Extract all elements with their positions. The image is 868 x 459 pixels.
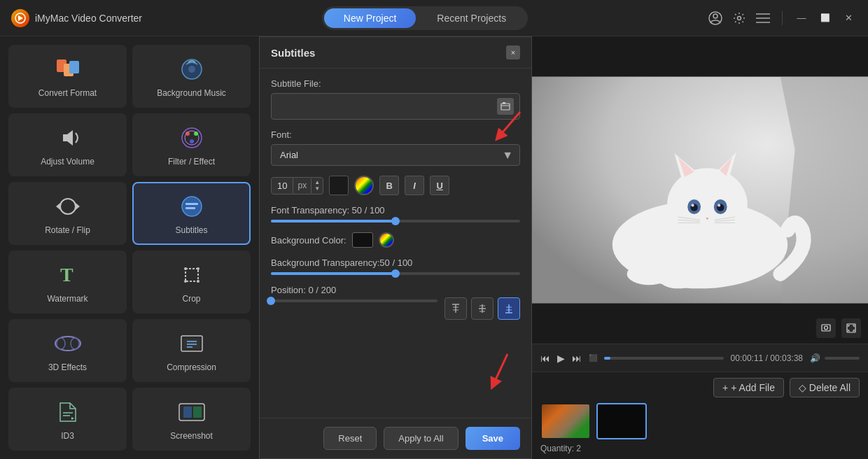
delete-all-button[interactable]: ◇ Delete All — [790, 378, 860, 397]
reset-button[interactable]: Reset — [323, 427, 377, 450]
new-project-tab[interactable]: New Project — [324, 8, 416, 28]
filter-effect-icon — [177, 123, 206, 153]
position-section: Position: 0 / 200 — [271, 285, 520, 320]
font-select[interactable]: Arial Helvetica Times New Roman Courier … — [271, 144, 520, 166]
rotate-flip-icon — [53, 192, 83, 221]
font-size-unit: px — [293, 178, 311, 193]
app-title: iMyMac Video Converter — [35, 13, 142, 24]
settings-icon[interactable] — [732, 10, 747, 26]
subtitle-file-input[interactable] — [277, 101, 497, 112]
sidebar-item-rotate-flip[interactable]: Rotate / Flip — [8, 182, 127, 245]
bg-color-wheel-button[interactable] — [379, 232, 394, 248]
sidebar-item-filter-effect[interactable]: Filter / Effect — [132, 113, 251, 176]
volume-icon[interactable]: 🔊 — [810, 353, 820, 363]
sidebar-item-convert-format[interactable]: Convert Format — [8, 45, 127, 108]
play-pause-button[interactable]: ▶ — [557, 353, 565, 364]
thumbnail-1[interactable] — [540, 403, 591, 439]
apply-to-all-button[interactable]: Apply to All — [384, 427, 458, 450]
close-button[interactable]: ✕ — [841, 10, 857, 26]
font-size-down-arrow[interactable]: ▼ — [314, 186, 320, 192]
watermark-label: Watermark — [47, 294, 88, 304]
svg-point-81 — [825, 326, 828, 330]
subtitle-browse-button[interactable] — [497, 98, 514, 115]
quantity-display: Quantity: 2 — [540, 444, 860, 453]
adjust-volume-icon — [53, 123, 83, 153]
skip-forward-button[interactable]: ⏭ — [572, 353, 582, 364]
account-icon[interactable] — [708, 10, 723, 26]
id3-icon — [53, 397, 83, 427]
font-size-control: 10 px ▲ ▼ — [271, 177, 323, 195]
color-wheel-button[interactable] — [354, 176, 374, 195]
font-size-up-arrow[interactable]: ▲ — [314, 180, 320, 185]
file-area: + + Add File ◇ Delete All Quantity: 2 — [532, 372, 868, 459]
svg-rect-40 — [193, 407, 202, 418]
svg-text:T: T — [60, 264, 74, 285]
recent-projects-tab[interactable]: Recent Projects — [417, 8, 526, 28]
align-bottom-button[interactable] — [498, 297, 520, 320]
sidebar-item-3d-effects[interactable]: 3D Effects — [8, 319, 127, 382]
position-slider[interactable] — [271, 299, 438, 302]
svg-point-29 — [57, 338, 65, 349]
sidebar-item-id3[interactable]: ID3 — [8, 388, 127, 451]
svg-point-14 — [186, 132, 190, 136]
svg-point-15 — [194, 132, 198, 136]
menu-icon[interactable] — [755, 10, 771, 26]
convert-format-icon — [53, 55, 83, 84]
sidebar-item-subtitles[interactable]: Subtitles — [132, 182, 251, 245]
svg-point-16 — [190, 139, 194, 143]
maximize-button[interactable]: ⬜ — [818, 10, 833, 26]
sidebar-item-screenshot[interactable]: Screenshot — [132, 388, 251, 451]
font-color-picker[interactable] — [329, 176, 349, 195]
sidebar-item-crop[interactable]: Crop — [132, 250, 251, 313]
fullscreen-preview-button[interactable] — [841, 318, 861, 338]
dialog-body: Subtitle File: Font: — [260, 69, 531, 418]
nav-tabs: New Project Recent Projects — [322, 6, 528, 30]
watermark-icon: T — [53, 260, 83, 290]
volume-slider[interactable] — [825, 357, 860, 360]
dialog-close-button[interactable]: × — [506, 45, 520, 59]
svg-point-60 — [667, 168, 748, 241]
stop-button[interactable]: ⬛ — [589, 354, 597, 362]
minimize-button[interactable]: — — [794, 10, 809, 26]
dialog-title: Subtitles — [271, 47, 315, 59]
tools-sidebar: Convert Format Background Music Adju — [0, 36, 259, 459]
sidebar-item-adjust-volume[interactable]: Adjust Volume — [8, 113, 127, 176]
svg-rect-41 — [501, 104, 510, 110]
sidebar-item-background-music[interactable]: Background Music — [132, 45, 251, 108]
thumbnail-2[interactable] — [596, 403, 647, 439]
svg-rect-21 — [186, 207, 195, 209]
align-top-button[interactable] — [444, 297, 467, 320]
align-center-button[interactable] — [471, 297, 493, 320]
background-color-picker[interactable] — [352, 232, 373, 248]
add-file-button[interactable]: + + Add File — [713, 378, 784, 397]
svg-point-30 — [71, 338, 79, 349]
subtitle-file-section: Subtitle File: — [271, 78, 520, 120]
save-button[interactable]: Save — [465, 427, 520, 450]
sidebar-item-watermark[interactable]: T Watermark — [8, 250, 127, 313]
video-progress-bar[interactable] — [604, 357, 724, 360]
main-content: Convert Format Background Music Adju — [0, 36, 868, 459]
skip-back-button[interactable]: ⏮ — [540, 353, 550, 364]
italic-button[interactable]: I — [405, 176, 424, 195]
preview-overlay-icons — [816, 318, 861, 338]
screenshot-preview-button[interactable] — [816, 318, 836, 338]
dialog-header: Subtitles × — [260, 37, 531, 69]
subtitles-icon — [177, 192, 206, 221]
svg-point-70 — [718, 204, 720, 206]
svg-rect-42 — [503, 102, 505, 104]
font-transparency-slider[interactable] — [271, 220, 520, 223]
bold-button[interactable]: B — [379, 176, 399, 195]
font-size-stepper[interactable]: ▲ ▼ — [311, 178, 323, 193]
background-transparency-slider[interactable] — [271, 272, 520, 275]
background-transparency-label: Background Transparency:50 / 100 — [271, 257, 520, 268]
right-panel: ⏮ ▶ ⏭ ⬛ 00:00:11 / 00:03:38 🔊 + + A — [532, 36, 868, 459]
svg-point-24 — [184, 267, 187, 270]
font-size-value: 10 — [272, 178, 293, 194]
sidebar-item-compression[interactable]: Compression — [132, 319, 251, 382]
background-transparency-section: Background Transparency:50 / 100 — [271, 257, 520, 275]
svg-point-25 — [197, 267, 200, 270]
font-transparency-label: Font Transparency: 50 / 100 — [271, 205, 520, 216]
svg-point-2 — [713, 14, 718, 18]
font-select-row: Arial Helvetica Times New Roman Courier … — [271, 144, 520, 166]
underline-button[interactable]: U — [430, 176, 449, 195]
